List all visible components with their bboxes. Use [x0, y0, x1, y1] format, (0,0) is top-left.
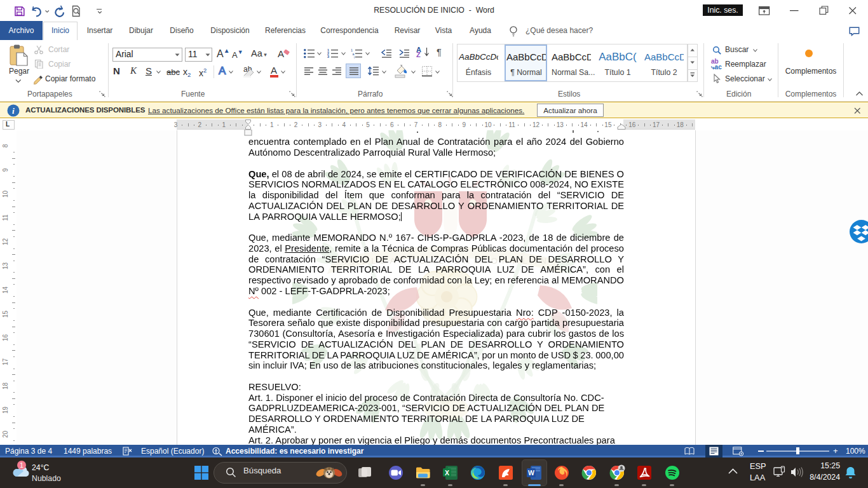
svg-text:X: X	[445, 469, 449, 477]
svg-text:i: i	[12, 106, 15, 116]
svg-text:W: W	[528, 469, 534, 477]
svg-text:3: 3	[327, 55, 329, 58]
svg-text:i: i	[354, 55, 355, 59]
